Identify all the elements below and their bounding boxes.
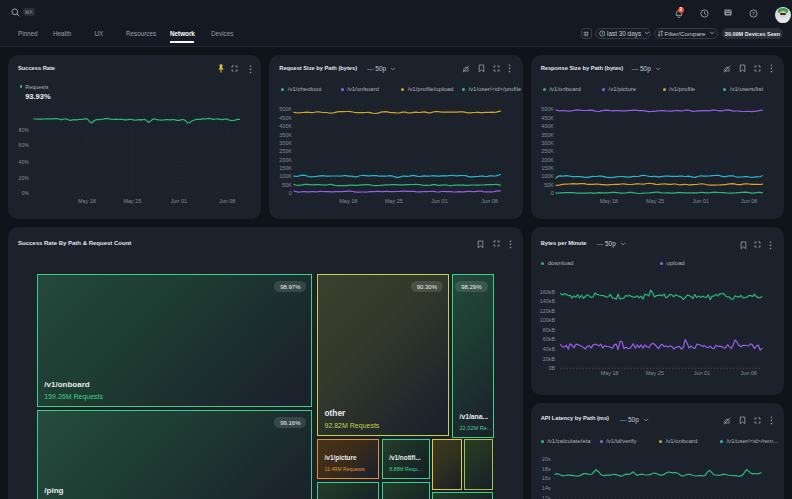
svg-text:80%: 80% bbox=[19, 127, 30, 133]
svg-text:160kB: 160kB bbox=[539, 289, 555, 295]
svg-text:Jun 08: Jun 08 bbox=[741, 198, 757, 204]
svg-text:May 25: May 25 bbox=[123, 198, 141, 204]
svg-text:Jun 08: Jun 08 bbox=[740, 370, 756, 376]
svg-text:350K: 350K bbox=[541, 132, 554, 138]
svg-text:?: ? bbox=[752, 10, 755, 16]
svg-text:0B: 0B bbox=[548, 365, 555, 371]
svg-text:May 18: May 18 bbox=[600, 370, 618, 376]
svg-text:May 25: May 25 bbox=[645, 370, 663, 376]
svg-text:Jun 08: Jun 08 bbox=[219, 198, 235, 204]
svg-text:60%: 60% bbox=[19, 142, 30, 148]
svg-text:0: 0 bbox=[550, 190, 553, 196]
svg-text:150K: 150K bbox=[280, 165, 293, 171]
svg-text:Jun 08: Jun 08 bbox=[482, 198, 498, 204]
svg-text:450K: 450K bbox=[541, 115, 554, 121]
svg-text:12s: 12s bbox=[542, 495, 551, 499]
svg-text:50K: 50K bbox=[283, 182, 293, 188]
svg-text:40kB: 40kB bbox=[542, 346, 555, 352]
svg-text:May 18: May 18 bbox=[599, 198, 617, 204]
svg-text:20%: 20% bbox=[19, 175, 30, 181]
svg-text:80kB: 80kB bbox=[542, 327, 555, 333]
svg-text:May 18: May 18 bbox=[78, 198, 96, 204]
svg-text:100kB: 100kB bbox=[539, 317, 555, 323]
svg-text:450K: 450K bbox=[280, 115, 293, 121]
svg-text:120kB: 120kB bbox=[539, 308, 555, 314]
svg-text:May 18: May 18 bbox=[340, 198, 358, 204]
svg-text:300K: 300K bbox=[280, 140, 293, 146]
svg-text:20kB: 20kB bbox=[542, 356, 555, 362]
svg-text:Jun 01: Jun 01 bbox=[432, 198, 448, 204]
svg-text:140kB: 140kB bbox=[539, 298, 555, 304]
svg-text:250K: 250K bbox=[280, 148, 293, 154]
svg-text:May 25: May 25 bbox=[385, 198, 403, 204]
svg-text:350K: 350K bbox=[280, 132, 293, 138]
svg-text:Jun 01: Jun 01 bbox=[171, 198, 187, 204]
svg-text:400K: 400K bbox=[280, 123, 293, 129]
svg-text:500K: 500K bbox=[541, 107, 554, 113]
svg-text:0%: 0% bbox=[21, 190, 29, 196]
svg-text:14s: 14s bbox=[542, 485, 551, 491]
svg-text:18s: 18s bbox=[542, 466, 551, 472]
svg-text:Jun 01: Jun 01 bbox=[693, 370, 709, 376]
svg-text:200K: 200K bbox=[541, 157, 554, 163]
svg-text:250K: 250K bbox=[541, 148, 554, 154]
svg-text:16s: 16s bbox=[542, 475, 551, 481]
svg-text:150K: 150K bbox=[541, 165, 554, 171]
svg-text:300K: 300K bbox=[541, 140, 554, 146]
svg-text:20s: 20s bbox=[542, 456, 551, 462]
svg-text:100K: 100K bbox=[541, 173, 554, 179]
svg-text:500K: 500K bbox=[280, 107, 293, 113]
svg-text:40%: 40% bbox=[19, 159, 30, 165]
svg-text:60kB: 60kB bbox=[542, 336, 555, 342]
svg-text:100K: 100K bbox=[280, 173, 293, 179]
svg-text:200K: 200K bbox=[280, 157, 293, 163]
svg-text:Jun 01: Jun 01 bbox=[692, 198, 708, 204]
svg-text:400K: 400K bbox=[541, 123, 554, 129]
svg-text:50K: 50K bbox=[544, 182, 554, 188]
svg-text:May 25: May 25 bbox=[646, 198, 664, 204]
svg-text:0: 0 bbox=[289, 190, 292, 196]
